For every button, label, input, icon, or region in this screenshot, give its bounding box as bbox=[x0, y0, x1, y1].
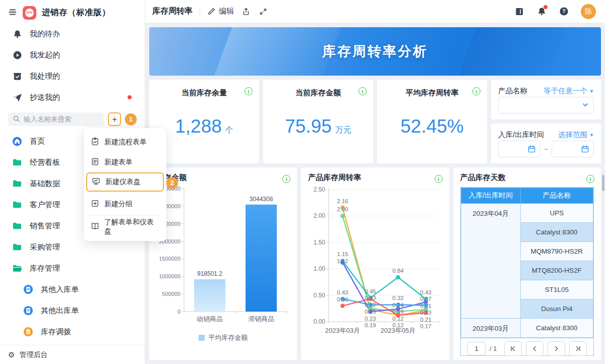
table-header: 入库/出库时间 bbox=[461, 188, 520, 204]
hamburger-menu-icon[interactable] bbox=[8, 8, 17, 18]
svg-text:0.43: 0.43 bbox=[337, 289, 348, 295]
calendar-icon bbox=[581, 145, 589, 153]
notification-dot bbox=[543, 5, 548, 9]
filter-operator-dropdown[interactable]: 选择范围▼ bbox=[558, 130, 594, 140]
svg-text:0.43: 0.43 bbox=[365, 295, 376, 301]
filter-column: 产品名称 等于任意一个▼ 入库/出库时间 选择范围▼ bbox=[491, 80, 601, 163]
info-icon[interactable]: i bbox=[472, 87, 480, 95]
notifications-bell-icon[interactable] bbox=[536, 7, 547, 17]
chart-card-stock-days: 产品库存天数 i 入库/出库时间产品名称2023年04月UPSCatalyst … bbox=[453, 167, 601, 360]
bar-chart: 0500000100000015000002000000250000030000… bbox=[156, 183, 291, 332]
sidebar-item-inventory-transfer[interactable]: 库存调拨 bbox=[0, 321, 145, 342]
sidebar-item-my-initiated[interactable]: 我发起的 bbox=[0, 44, 145, 66]
sidebar-search-row: 输入名称来搜索 + 1 bbox=[0, 108, 145, 131]
edit-button[interactable]: 编辑 bbox=[207, 7, 234, 16]
time-cell: 2023年03月 bbox=[461, 319, 520, 338]
sidebar-item-inventory-mgmt[interactable]: 库存管理 bbox=[0, 258, 145, 279]
menu-item-new-flow-form[interactable]: 新建流程表单 bbox=[84, 132, 166, 152]
gear-icon: ⚙ bbox=[8, 350, 15, 359]
admin-console-link[interactable]: ⚙ 管理后台 bbox=[0, 345, 145, 364]
stat-title: 平均库存周转率 bbox=[406, 88, 459, 98]
app-title: 进销存（标准版） bbox=[42, 7, 110, 18]
menu-item-label: 新建仪表盘 bbox=[105, 177, 141, 187]
journal-icon[interactable] bbox=[514, 7, 524, 17]
charts-row: 库存金额 i 050000010000001500000200000025000… bbox=[149, 167, 601, 360]
info-icon[interactable]: i bbox=[245, 87, 253, 95]
page-number-input[interactable] bbox=[467, 342, 486, 355]
sidebar-item-label: 我的待办 bbox=[30, 29, 60, 39]
edit-label: 编辑 bbox=[219, 7, 234, 16]
menu-item-label: 新建分组 bbox=[104, 200, 133, 209]
clipboard-orange-icon bbox=[23, 327, 33, 337]
svg-text:1000000: 1000000 bbox=[159, 273, 180, 279]
dashboard-icon bbox=[92, 177, 100, 187]
svg-text:1.15: 1.15 bbox=[337, 251, 348, 257]
user-avatar[interactable]: 陈 bbox=[581, 4, 596, 19]
svg-text:0.17: 0.17 bbox=[420, 323, 431, 329]
sidebar-item-cc-to-me[interactable]: 抄送我的 bbox=[0, 87, 145, 108]
annotation-step-1-badge: 1 bbox=[125, 113, 137, 125]
notification-dot bbox=[128, 95, 132, 99]
product-cell: MTQ8200-HS2F bbox=[520, 261, 593, 280]
prev-page-button[interactable] bbox=[526, 341, 543, 356]
date-start-input[interactable] bbox=[498, 141, 540, 157]
sidebar-header: ERP 进销存（标准版） bbox=[0, 0, 145, 23]
share-icon[interactable] bbox=[241, 7, 251, 17]
topbar-right: ? 陈 bbox=[514, 4, 596, 19]
legend-swatch bbox=[199, 335, 205, 341]
create-new-button[interactable]: + bbox=[108, 112, 121, 126]
svg-text:1.12: 1.12 bbox=[337, 258, 348, 264]
filter-operator-dropdown[interactable]: 等于任意一个▼ bbox=[543, 86, 594, 96]
next-page-button[interactable] bbox=[548, 341, 565, 356]
stats-row: 当前库存余量 i 1,288个 当前库存金额 i 75.95万元 平均库存周转率… bbox=[149, 80, 601, 163]
last-page-button[interactable] bbox=[569, 341, 587, 356]
fullscreen-icon[interactable] bbox=[258, 7, 268, 17]
bar-chart-legend: 平均库存金额 bbox=[199, 333, 248, 342]
caret-down-icon: ▼ bbox=[589, 89, 594, 94]
svg-text:1.00: 1.00 bbox=[314, 265, 326, 272]
svg-text:0.24: 0.24 bbox=[392, 302, 404, 308]
menu-item-learn-forms[interactable]: 了解表单和仪表盘 bbox=[84, 217, 166, 237]
menu-item-new-group[interactable]: 新建分组 bbox=[84, 194, 166, 214]
legend-label: 平均库存金额 bbox=[208, 333, 248, 342]
caret-down-icon: ▼ bbox=[589, 133, 594, 138]
svg-text:1500000: 1500000 bbox=[159, 256, 180, 262]
document-blue-icon bbox=[23, 306, 33, 316]
bar-动销商品 bbox=[194, 279, 225, 312]
search-input[interactable]: 输入名称来搜索 bbox=[8, 112, 104, 126]
folder-open-icon bbox=[12, 263, 22, 273]
line-chart: 0.000.501.001.502.002.502.162.001.151.12… bbox=[308, 183, 443, 346]
main-area: 库存周转率 编辑 ? bbox=[145, 0, 605, 364]
dashboard-content: 库存周转率分析 当前库存余量 i 1,288个 当前库存金额 i 75.95万元… bbox=[145, 23, 605, 364]
svg-text:0.43: 0.43 bbox=[420, 289, 431, 295]
svg-text:动销商品: 动销商品 bbox=[197, 315, 223, 323]
calendar-icon bbox=[527, 145, 536, 153]
filter-card-time-range: 入库/出库时间 选择范围▼ ~ bbox=[491, 124, 601, 163]
sidebar-item-other-outbound[interactable]: 其他出库单 bbox=[0, 300, 145, 321]
svg-text:2.50: 2.50 bbox=[314, 186, 326, 193]
date-end-input[interactable] bbox=[552, 141, 594, 157]
help-icon[interactable]: ? bbox=[559, 7, 569, 17]
svg-text:0.45: 0.45 bbox=[365, 288, 376, 294]
sidebar-item-other-inbound[interactable]: 其他入库单 bbox=[0, 279, 145, 300]
info-icon[interactable]: i bbox=[586, 175, 594, 183]
info-icon[interactable]: i bbox=[435, 175, 443, 183]
svg-text:1.50: 1.50 bbox=[314, 239, 326, 246]
table-row: 2023年03月Catalyst 8300 bbox=[461, 319, 593, 338]
menu-item-new-form[interactable]: 新建表单 bbox=[84, 152, 166, 172]
svg-text:0.37: 0.37 bbox=[420, 296, 431, 302]
svg-text:0.30: 0.30 bbox=[337, 296, 348, 302]
first-page-button[interactable] bbox=[504, 341, 522, 356]
svg-text:0.25: 0.25 bbox=[365, 309, 376, 315]
menu-item-new-dashboard[interactable]: 新建仪表盘 2 bbox=[86, 172, 164, 192]
page-scrollbar-thumb[interactable] bbox=[602, 175, 604, 191]
svg-text:2.00: 2.00 bbox=[337, 206, 348, 212]
sidebar-item-my-processed[interactable]: 我处理的 bbox=[0, 66, 145, 87]
box-check-icon bbox=[12, 71, 22, 81]
sidebar-item-my-todo[interactable]: 我的待办 bbox=[0, 23, 145, 44]
filter-label: 产品名称 bbox=[498, 86, 527, 96]
info-icon[interactable]: i bbox=[358, 87, 367, 95]
stat-title: 当前库存金额 bbox=[295, 88, 341, 98]
search-icon bbox=[13, 115, 20, 124]
product-select[interactable] bbox=[498, 97, 594, 113]
